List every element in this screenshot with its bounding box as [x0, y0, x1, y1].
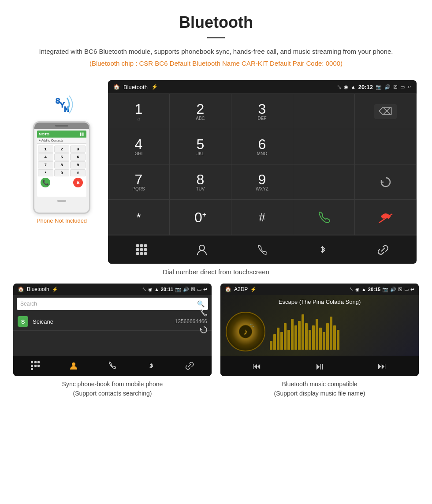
music-viz-bar	[277, 328, 279, 350]
svg-text:␖: ␖	[54, 94, 70, 116]
dial-backspace[interactable]: ⌫	[355, 94, 417, 129]
music-prev-icon[interactable]: ⏮	[253, 361, 261, 371]
svg-rect-9	[140, 252, 143, 255]
pb-search-icon: 🔍	[197, 300, 205, 307]
svg-rect-8	[136, 252, 139, 255]
link-icon[interactable]	[372, 241, 394, 258]
pb-bottom-bt-icon[interactable]	[146, 361, 156, 372]
dial-key-0[interactable]: 0+	[170, 200, 231, 235]
pb-search-placeholder: Search	[20, 301, 194, 307]
phone-area: ␖ MOTO ▌▌ + Add to Contacts	[15, 80, 108, 224]
svg-rect-2	[136, 244, 139, 247]
pb-contact-row[interactable]: S Seicane 13566664466	[13, 313, 212, 331]
music-back-icon: ↩	[410, 287, 414, 292]
phone-mockup: MOTO ▌▌ + Add to Contacts 1 2 3 4 5 6	[33, 121, 90, 214]
main-section: ␖ MOTO ▌▌ + Add to Contacts	[0, 80, 432, 264]
page-title: Bluetooth	[26, 13, 406, 32]
dial-empty-3	[355, 129, 417, 164]
phone-not-included-label: Phone Not Included	[37, 217, 87, 224]
dial-key-9[interactable]: 9WXYZ	[231, 164, 293, 200]
music-viz-bar	[323, 332, 325, 350]
pb-bottom-phone-icon[interactable]	[108, 361, 117, 372]
music-viz-bar	[309, 330, 311, 350]
pb-vol-icon: 🔊	[183, 287, 189, 292]
music-win-icon: ▭	[404, 287, 409, 292]
dial-grid: 1⌂ 2ABC 3DEF ⌫ 4GHI 5JKL 6MNO	[108, 93, 417, 235]
dial-bottom-bar	[108, 235, 417, 264]
volume-icon: 🔊	[384, 84, 391, 90]
pb-location-icon: ◉	[148, 287, 153, 292]
svg-point-19	[72, 362, 75, 366]
pb-contact-avatar: S	[18, 316, 28, 327]
close-box-icon: ☒	[393, 84, 398, 90]
dial-key-hash[interactable]: #	[231, 200, 293, 235]
music-viz-bar	[273, 334, 276, 350]
svg-text:♪: ♪	[243, 327, 248, 336]
pb-back-icon: ↩	[203, 287, 207, 292]
pb-camera-icon: 📷	[175, 287, 181, 292]
music-viz-bar	[302, 314, 304, 350]
dial-key-8[interactable]: 8TUV	[170, 164, 231, 200]
status-right: ␖ ◉ ▲ 20:12 📷 🔊 ☒ ▭ ↩	[337, 84, 411, 90]
dial-refresh[interactable]	[355, 164, 417, 200]
music-viz-bar	[305, 323, 308, 350]
page-description: Integrated with BC6 Bluetooth module, su…	[26, 46, 406, 57]
pb-bottom-link-icon[interactable]	[185, 361, 194, 372]
music-camera-icon: 📷	[382, 287, 388, 292]
pb-right-refresh-icon[interactable]	[199, 325, 208, 336]
pb-search-bar[interactable]: Search 🔍	[17, 298, 208, 310]
dial-key-6[interactable]: 6MNO	[231, 129, 293, 164]
dial-key-7[interactable]: 7PQRS	[108, 164, 170, 200]
music-close-icon: ☒	[398, 287, 402, 292]
bluetooth-specs: (Bluetooth chip : CSR BC6 Default Blueto…	[26, 60, 406, 67]
music-viz-bar	[284, 323, 287, 350]
dial-key-4[interactable]: 4GHI	[108, 129, 170, 164]
svg-rect-7	[144, 248, 147, 251]
dial-key-5[interactable]: 5JKL	[170, 129, 231, 164]
svg-rect-14	[37, 361, 40, 363]
music-play-pause-icon[interactable]: ⏯	[315, 361, 324, 372]
music-viz-bar	[333, 325, 336, 350]
pb-contact-name: Seicane	[33, 318, 175, 325]
music-usb-icon: ⚡	[250, 287, 257, 292]
dial-key-star[interactable]: *	[108, 200, 170, 235]
bluetooth-bottom-icon[interactable]	[312, 241, 334, 258]
contacts-icon[interactable]	[191, 241, 213, 258]
music-caption: Bluetooth music compatible (Support disp…	[220, 380, 419, 398]
music-status-bar: 🏠 A2DP ⚡ ␖ ◉ ▲ 20:15 📷 🔊 ☒ ▭ ↩	[220, 284, 419, 295]
pb-bottom-person-icon[interactable]	[69, 361, 78, 372]
dial-empty-2	[293, 129, 355, 164]
music-home-icon: 🏠	[225, 286, 231, 292]
svg-rect-16	[34, 365, 37, 367]
music-viz-bar	[312, 325, 315, 350]
pb-usb-icon: ⚡	[52, 287, 58, 292]
dial-key-1[interactable]: 1⌂	[108, 94, 170, 129]
music-screen: 🏠 A2DP ⚡ ␖ ◉ ▲ 20:15 📷 🔊 ☒ ▭ ↩ Escape (	[220, 284, 419, 376]
phone-icon[interactable]	[251, 241, 273, 258]
dial-screen: 🏠 Bluetooth ⚡ ␖ ◉ ▲ 20:12 📷 🔊 ☒ ▭ ↩ 1⌂	[108, 80, 417, 264]
window-icon: ▭	[400, 84, 405, 90]
svg-rect-18	[31, 368, 33, 370]
music-viz-bar	[316, 319, 318, 350]
music-song-title: Escape (The Pina Colada Song)	[220, 295, 419, 307]
phonebook-caption: Sync phone-book from mobile phone (Suppo…	[13, 380, 212, 398]
pb-right-phone-icon[interactable]	[199, 308, 208, 319]
svg-rect-5	[136, 248, 139, 251]
dialpad-icon[interactable]	[130, 241, 153, 258]
music-time: 20:15	[368, 287, 380, 292]
pb-signal-icon: ▲	[154, 287, 159, 292]
music-location-icon: ◉	[355, 287, 360, 292]
music-screen-wrap: 🏠 A2DP ⚡ ␖ ◉ ▲ 20:15 📷 🔊 ☒ ▭ ↩ Escape (	[220, 284, 419, 398]
bt-icon: ␖	[337, 84, 341, 90]
svg-rect-15	[31, 365, 33, 367]
dial-call-green[interactable]	[293, 200, 355, 235]
dial-call-red[interactable]	[355, 200, 417, 235]
usb-icon: ⚡	[151, 84, 158, 90]
dial-status-bar: 🏠 Bluetooth ⚡ ␖ ◉ ▲ 20:12 📷 🔊 ☒ ▭ ↩	[108, 80, 417, 93]
header-divider	[207, 37, 225, 38]
music-next-icon[interactable]: ⏭	[378, 361, 387, 371]
page-header: Bluetooth Integrated with BC6 Bluetooth …	[0, 0, 432, 80]
dial-key-2[interactable]: 2ABC	[170, 94, 231, 129]
dial-key-3[interactable]: 3DEF	[231, 94, 293, 129]
pb-bottom-dialpad-icon[interactable]	[30, 361, 40, 372]
